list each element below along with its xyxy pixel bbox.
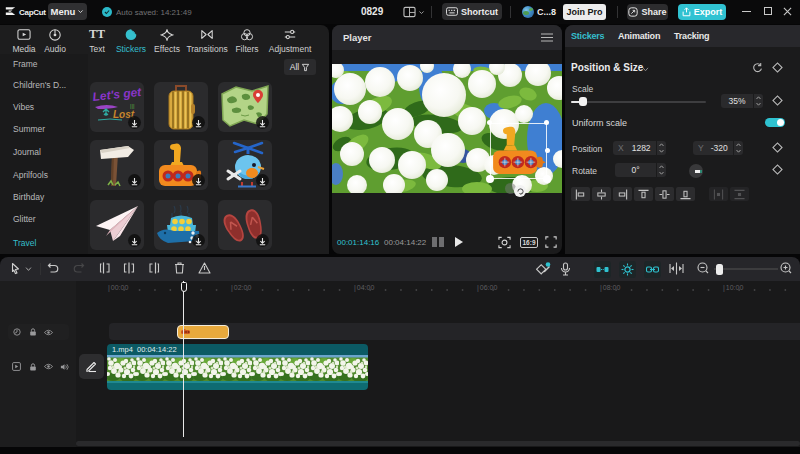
svg-text:Let's get: Let's get	[92, 85, 143, 104]
svg-text:|||: |||	[130, 103, 135, 109]
